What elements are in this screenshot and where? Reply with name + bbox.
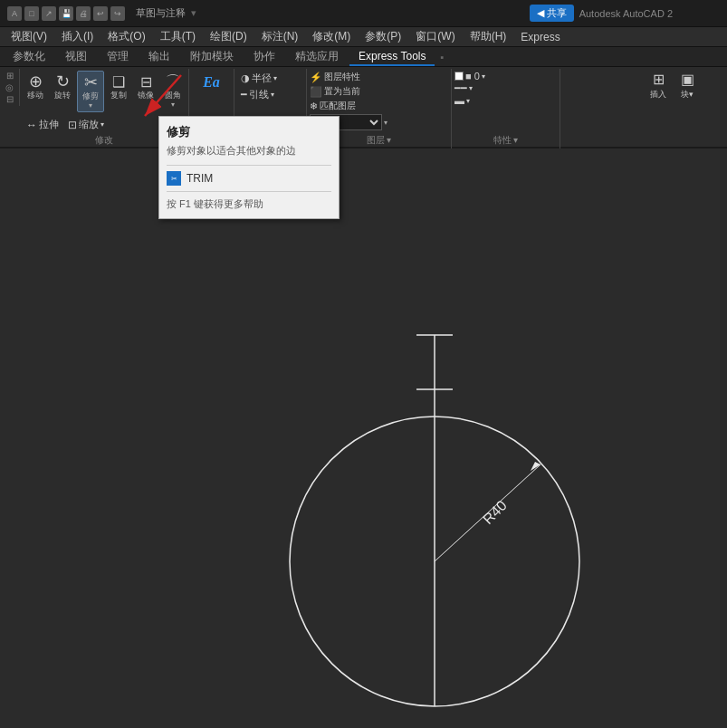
trim-button[interactable]: ✂ 修剪 ▾ <box>77 71 104 112</box>
svg-line-1 <box>145 75 181 116</box>
tooltip-popup: 修剪 修剪对象以适合其他对象的边 ✂ TRIM 按 F1 键获得更多帮助 <box>158 116 340 219</box>
匹配图层-label: 匹配图层 <box>320 100 356 112</box>
tab-collab[interactable]: 协作 <box>244 47 284 66</box>
menu-window[interactable]: 窗口(W) <box>408 27 462 46</box>
rotate-button[interactable]: ↻ 旋转 <box>50 71 75 101</box>
menu-format[interactable]: 格式(O) <box>100 27 152 46</box>
tooltip-command: TRIM <box>187 172 213 185</box>
scale-label: 缩放 <box>79 118 99 131</box>
linetype-dropdown[interactable]: ▾ <box>469 84 473 92</box>
tab-express-tools[interactable]: Express Tools <box>349 48 435 66</box>
layer-match-icon: ⬛ <box>310 86 322 98</box>
open-icon[interactable]: ↗ <box>42 6 56 21</box>
lineweight-row: ▬ ▾ <box>454 95 470 106</box>
copy-icon: ❑ <box>110 72 128 91</box>
app-icon: A <box>7 6 22 21</box>
save-icon[interactable]: 💾 <box>59 6 73 21</box>
line-arrow[interactable]: ▾ <box>271 91 274 99</box>
move-label: 移动 <box>27 91 43 100</box>
block-label: 块▾ <box>681 89 694 101</box>
title-right: ◀ 共享 Autodesk AutoCAD 2 <box>530 5 673 22</box>
halfradius-label: 半径 <box>252 72 272 85</box>
title-bar: A □ ↗ 💾 🖨 ↩ ↪ 草图与注释 ▾ ◀ 共享 Autodesk Auto… <box>0 0 727 27</box>
app-title: Autodesk AutoCAD 2 <box>579 8 673 19</box>
halfradius-button[interactable]: ◑ 半径 ▾ <box>237 71 281 86</box>
copy-label: 复制 <box>110 91 127 100</box>
linetype-row: ━━ ▾ <box>454 82 473 94</box>
insert-icon: ⊞ <box>653 71 665 88</box>
layer-row1: ⚡ 图层特性 <box>310 71 360 83</box>
tab-output[interactable]: 输出 <box>139 47 179 66</box>
scale-dropdown[interactable]: ▾ <box>100 120 104 129</box>
block-icon: ▣ <box>681 71 694 88</box>
ribbon-properties-group: ■ 0 ▾ ━━ ▾ ▬ ▾ 特性 ▾ <box>452 69 560 148</box>
menu-dimension[interactable]: 标注(N) <box>254 27 306 46</box>
menu-insert[interactable]: 插入(I) <box>54 27 100 46</box>
text-button[interactable]: Ea <box>196 71 228 94</box>
move-button[interactable]: ⊕ 移动 <box>23 71 48 101</box>
menu-modify[interactable]: 修改(M) <box>305 27 358 46</box>
menu-tools[interactable]: 工具(T) <box>153 27 203 46</box>
left-icon-2[interactable]: ◎ <box>5 82 14 92</box>
dropdown-icon[interactable]: ▾ <box>191 7 196 19</box>
print-icon[interactable]: 🖨 <box>76 6 91 21</box>
tab-bar: 参数化 视图 管理 输出 附加模块 协作 精选应用 Express Tools … <box>0 47 727 67</box>
workspace-icon[interactable]: ▪ <box>440 52 444 62</box>
rotate-label: 旋转 <box>54 91 71 100</box>
layer-properties-label: 图层特性 <box>324 71 360 83</box>
layer-extra-icon[interactable]: ▾ <box>384 119 387 127</box>
redo-icon[interactable]: ↪ <box>110 6 125 21</box>
trim-icon: ✂ <box>81 73 100 91</box>
tooltip-title: 修剪 <box>167 124 331 140</box>
drawing-svg: R40 <box>0 154 727 728</box>
rotate-icon: ↻ <box>53 72 72 91</box>
lineweight-icon: ▬ <box>454 95 464 106</box>
left-icon-1[interactable]: ⊞ <box>6 71 14 81</box>
line-button[interactable]: ━ 引线 ▾ <box>237 87 281 102</box>
color-dropdown[interactable]: ▾ <box>482 72 485 81</box>
menu-help[interactable]: 帮助(H) <box>463 27 514 46</box>
undo-icon[interactable]: ↩ <box>93 6 108 21</box>
menu-draw[interactable]: 绘图(D) <box>203 27 254 46</box>
menu-view[interactable]: 视图(V) <box>4 27 54 46</box>
tab-addons[interactable]: 附加模块 <box>181 47 243 66</box>
tooltip-command-row: ✂ TRIM <box>167 171 331 186</box>
tab-featured[interactable]: 精选应用 <box>286 47 348 66</box>
line-label: 引线 <box>249 88 269 101</box>
lineweight-dropdown[interactable]: ▾ <box>466 97 470 105</box>
ribbon: ⊞ ◎ ⊟ ⊕ 移动 ↻ 旋转 ✂ 修剪 ▾ ❑ 复制 <box>0 67 727 148</box>
tab-view[interactable]: 视图 <box>56 47 96 66</box>
menu-express[interactable]: Express <box>513 29 567 45</box>
halfradius-arrow[interactable]: ▾ <box>273 74 277 82</box>
share-icon: ◀ <box>537 7 544 19</box>
trim-label: 修剪 <box>82 92 99 101</box>
scale-icon: ⊡ <box>68 119 77 131</box>
ribbon-right-icons: ⊞ 插入 ▣ 块▾ <box>646 69 700 102</box>
new-icon[interactable]: □ <box>24 6 39 21</box>
properties-content: ■ 0 ▾ ━━ ▾ ▬ ▾ <box>454 71 557 132</box>
置为当前-label: 置为当前 <box>324 85 360 98</box>
tab-manage[interactable]: 管理 <box>98 47 138 66</box>
trim-dropdown-arrow[interactable]: ▾ <box>89 101 92 110</box>
file-group-label: 草图与注释 <box>136 6 186 20</box>
color-swatch <box>454 72 464 81</box>
insert-button[interactable]: ⊞ 插入 <box>646 69 671 102</box>
stretch-label: 拉伸 <box>39 118 59 131</box>
menu-params[interactable]: 参数(P) <box>358 27 408 46</box>
drawing-canvas: R40 <box>0 154 727 728</box>
menu-bar: 视图(V) 插入(I) 格式(O) 工具(T) 绘图(D) 标注(N) 修改(M… <box>0 27 727 47</box>
scale-button[interactable]: ⊡ 缩放 ▾ <box>64 117 108 132</box>
tooltip-divider2 <box>167 191 331 192</box>
stretch-button[interactable]: ↔ 拉伸 <box>23 117 62 132</box>
share-button[interactable]: ◀ 共享 <box>530 5 574 22</box>
move-icon: ⊕ <box>26 72 44 91</box>
layer-row2: ⬛ 置为当前 <box>310 85 360 98</box>
tooltip-help: 按 F1 键获得更多帮助 <box>167 197 331 211</box>
radius-label: R40 <box>480 497 510 527</box>
layer-row3: ❄ 匹配图层 <box>310 100 356 112</box>
halfradius-icon: ◑ <box>241 72 250 84</box>
left-icon-3[interactable]: ⊟ <box>6 94 14 104</box>
tab-params[interactable]: 参数化 <box>4 47 54 66</box>
block-button[interactable]: ▣ 块▾ <box>674 69 700 102</box>
color-label: ■ 0 <box>465 71 480 81</box>
